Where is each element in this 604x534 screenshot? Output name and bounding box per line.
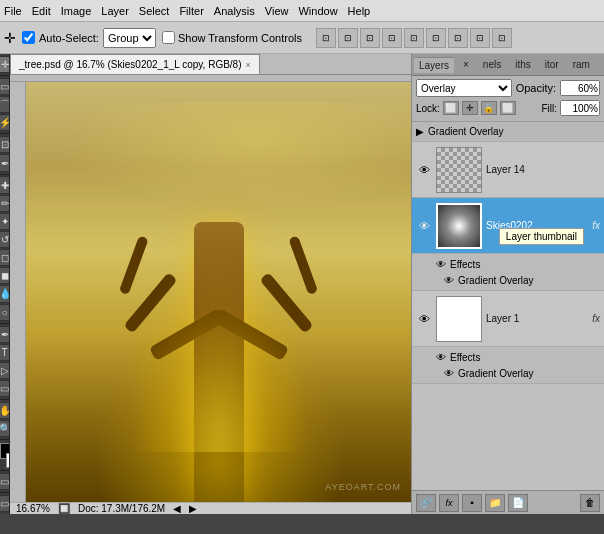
dodge-tool[interactable]: ○ <box>0 304 10 321</box>
menu-filter[interactable]: Filter <box>179 5 203 17</box>
gradient-tool[interactable]: ◼ <box>0 267 10 284</box>
layer-visibility-icon[interactable]: 👁 <box>416 311 432 327</box>
watermark: AYEOART.COM <box>325 482 401 492</box>
align-top-icon[interactable]: ⊡ <box>382 28 402 48</box>
ruler-horizontal <box>10 75 411 82</box>
brush-tool[interactable]: ✏ <box>0 195 10 212</box>
screen-mode-tool[interactable]: ▭ <box>0 495 10 512</box>
eye-gradient-icon2[interactable]: 👁 <box>444 368 454 379</box>
layer-item[interactable]: 👁 Skies0202... fx Layer thumbnail <box>412 198 604 254</box>
autoselect-checkbox[interactable] <box>22 31 35 44</box>
menu-select[interactable]: Select <box>139 5 170 17</box>
blur-tool[interactable]: 💧 <box>0 285 10 302</box>
group-header-label: Gradient Overlay <box>428 126 504 137</box>
distribute-v-icon[interactable]: ⊡ <box>470 28 490 48</box>
eye-effects-icon[interactable]: 👁 <box>436 259 446 270</box>
layer-thumbnail-tooltip: Layer thumbnail <box>499 228 584 245</box>
distribute-h-icon[interactable]: ⊡ <box>448 28 468 48</box>
doc-tab-active[interactable]: _tree.psd @ 16.7% (Skies0202_1_L copy, R… <box>10 54 260 74</box>
transform-label: Show Transform Controls <box>162 31 302 44</box>
zoom-tool[interactable]: 🔍 <box>0 420 10 437</box>
opacity-label: Opacity: <box>516 82 556 94</box>
history-brush-tool[interactable]: ↺ <box>0 231 10 248</box>
pen-tool[interactable]: ✒ <box>0 326 10 343</box>
autoselect-dropdown[interactable]: Group <box>103 28 156 48</box>
layer-item[interactable]: 👁 Layer 1 fx <box>412 291 604 347</box>
layer-fx-icon[interactable]: fx <box>592 313 600 324</box>
eyedropper-tool[interactable]: ✒ <box>0 154 10 171</box>
add-mask-btn[interactable]: ▪ <box>462 494 482 512</box>
tab-history[interactable]: itor <box>540 57 564 72</box>
layer-item[interactable]: 👁 Layer 14 <box>412 142 604 198</box>
tab-close[interactable]: × <box>458 57 474 72</box>
distribute-icon3[interactable]: ⊡ <box>492 28 512 48</box>
group-collapse-icon[interactable]: ▶ <box>416 126 424 137</box>
menu-help[interactable]: Help <box>348 5 371 17</box>
tab-layers[interactable]: Layers <box>414 57 454 73</box>
align-middle-icon[interactable]: ⊡ <box>404 28 424 48</box>
zoom-level: 16.67% <box>16 503 50 514</box>
layer-thumbnail[interactable] <box>436 147 482 193</box>
clone-tool[interactable]: ✦ <box>0 213 10 230</box>
layers-panel: Layers × nels iths itor ram nfo ≡ Overla… <box>411 54 604 514</box>
new-group-btn[interactable]: 📁 <box>485 494 505 512</box>
shape-tool[interactable]: ▭ <box>0 380 10 397</box>
menu-layer[interactable]: Layer <box>101 5 129 17</box>
menu-analysis[interactable]: Analysis <box>214 5 255 17</box>
tab-info[interactable]: nfo <box>599 57 604 72</box>
layer-name: Layer 14 <box>486 164 600 175</box>
align-left-icon[interactable]: ⊡ <box>316 28 336 48</box>
magic-wand-tool[interactable]: ⚡ <box>0 114 10 131</box>
align-center-h-icon[interactable]: ⊡ <box>338 28 358 48</box>
canvas-container[interactable]: AYEOART.COM <box>26 82 411 502</box>
add-fx-btn[interactable]: fx <box>439 494 459 512</box>
menu-view[interactable]: View <box>265 5 289 17</box>
layer-thumbnail[interactable] <box>436 296 482 342</box>
link-layers-btn[interactable]: 🔗 <box>416 494 436 512</box>
menu-image[interactable]: Image <box>61 5 92 17</box>
type-tool[interactable]: T <box>0 344 10 361</box>
opacity-input[interactable] <box>560 80 600 96</box>
new-layer-btn[interactable]: 📄 <box>508 494 528 512</box>
eye-gradient-icon[interactable]: 👁 <box>444 275 454 286</box>
menu-file[interactable]: File <box>4 5 22 17</box>
lock-extra-icon[interactable]: ⬜ <box>500 101 516 115</box>
move-tool[interactable]: ✛ <box>0 56 10 73</box>
lock-position-icon[interactable]: ✛ <box>462 101 478 115</box>
align-right-icon[interactable]: ⊡ <box>360 28 380 48</box>
nav-right-icon[interactable]: ▶ <box>189 503 197 514</box>
layer-thumbnail[interactable] <box>436 203 482 249</box>
doc-size: Doc: 17.3M/176.2M <box>78 503 165 514</box>
delete-layer-btn[interactable]: 🗑 <box>580 494 600 512</box>
healing-tool[interactable]: ✚ <box>0 176 10 193</box>
nav-left-icon[interactable]: ◀ <box>173 503 181 514</box>
path-tool[interactable]: ▷ <box>0 362 10 379</box>
eraser-tool[interactable]: ◻ <box>0 249 10 266</box>
tab-channels[interactable]: nels <box>478 57 506 72</box>
menu-window[interactable]: Window <box>298 5 337 17</box>
gradient-overlay-group: ▶ Gradient Overlay <box>412 122 604 142</box>
doc-tab-close[interactable]: × <box>246 60 251 70</box>
fill-input[interactable] <box>560 100 600 116</box>
transform-checkbox[interactable] <box>162 31 175 44</box>
quick-mask-tool[interactable]: ▭ <box>0 473 10 490</box>
lasso-tool[interactable]: ⌒ <box>0 96 10 113</box>
hand-tool[interactable]: ✋ <box>0 402 10 419</box>
tab-paths[interactable]: iths <box>510 57 536 72</box>
lock-all-icon[interactable]: 🔒 <box>481 101 497 115</box>
crop-tool[interactable]: ⊡ <box>0 136 10 153</box>
layer-visibility-icon[interactable]: 👁 <box>416 218 432 234</box>
layer-visibility-icon[interactable]: 👁 <box>416 162 432 178</box>
effects-group: 👁 Effects 👁 Gradient Overlay <box>412 254 604 291</box>
panel-bottom: 🔗 fx ▪ 📁 📄 🗑 <box>412 490 604 514</box>
lock-pixel-icon[interactable]: ⬜ <box>443 101 459 115</box>
marquee-tool[interactable]: ▭ <box>0 78 10 95</box>
move-tool-icon[interactable]: ✛ <box>4 30 16 46</box>
blend-mode-dropdown[interactable]: Overlay <box>416 79 512 97</box>
layers-controls: Overlay Opacity: Lock: ⬜ ✛ 🔒 ⬜ Fill: <box>412 76 604 122</box>
tab-actions[interactable]: ram <box>568 57 595 72</box>
eye-effects-icon2[interactable]: 👁 <box>436 352 446 363</box>
align-bottom-icon[interactable]: ⊡ <box>426 28 446 48</box>
layer-fx-icon[interactable]: fx <box>592 220 600 231</box>
menu-edit[interactable]: Edit <box>32 5 51 17</box>
